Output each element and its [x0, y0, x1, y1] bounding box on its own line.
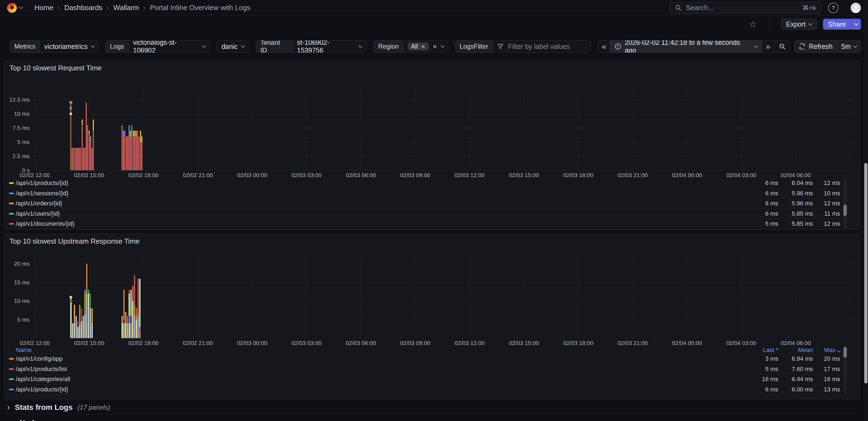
legend-header-row: NameLast *MeanMax — [7, 346, 843, 354]
legend-series-name[interactable]: /api/v1/products/list — [16, 366, 67, 373]
x-gridline — [144, 92, 144, 170]
legend-value: 20 ms — [775, 355, 840, 362]
bar-segment — [73, 148, 74, 170]
bar-segment — [125, 312, 126, 323]
series-color-dash-icon — [9, 368, 14, 370]
row-title[interactable]: Stats from Logs — [15, 403, 73, 412]
data-point-dot — [69, 101, 72, 104]
legend-scrollbar-track[interactable] — [843, 178, 847, 229]
bar-segment — [131, 136, 132, 170]
search-box[interactable]: ⌘+k — [670, 2, 821, 14]
chip-close-icon[interactable]: ✕ — [421, 44, 426, 50]
logo-chevron-down-icon[interactable] — [19, 5, 23, 9]
legend-series-name[interactable]: /api/v1/documents/{id} — [16, 220, 74, 227]
row-expand-chevron-icon[interactable]: › — [7, 402, 10, 411]
zoom-out-button[interactable] — [774, 40, 790, 52]
data-point-dot — [69, 300, 72, 302]
tenant-select[interactable]: st-106902-1539756 — [293, 40, 366, 52]
time-shift-back-button[interactable]: « — [598, 40, 610, 52]
legend-series-name[interactable]: /api/v1/sessions/{id} — [16, 190, 68, 197]
metrics-select[interactable]: victoriametrics — [40, 40, 98, 52]
bar-segment — [90, 308, 91, 338]
bar-segment — [130, 323, 132, 338]
x-axis-tick-label: 02/03 03:00 — [291, 340, 322, 346]
x-axis-tick-label: 02/03 00:00 — [237, 340, 267, 346]
breadcrumb-folder[interactable]: Wallarm — [113, 3, 139, 12]
bar-segment — [84, 293, 86, 314]
legend-sort-header[interactable]: Max — [775, 346, 840, 354]
x-gridline — [198, 92, 198, 170]
refresh-interval-select[interactable]: 5m — [837, 40, 861, 52]
x-gridline — [687, 256, 687, 338]
x-gridline — [469, 92, 470, 170]
bar-segment — [74, 148, 76, 170]
x-axis-tick-label: 02/04 00:00 — [672, 340, 702, 346]
legend-series-name[interactable]: /api/v1/categories/all — [16, 376, 70, 383]
bar-segment — [122, 323, 123, 338]
breadcrumb-separator-icon: › — [143, 3, 146, 12]
funnel-icon — [497, 43, 504, 50]
legend-scrollbar-thumb[interactable] — [843, 204, 847, 216]
host-select[interactable]: danic — [217, 40, 249, 52]
user-avatar[interactable] — [850, 3, 861, 13]
series-color-dash-icon — [9, 358, 14, 360]
legend-series-name[interactable]: /api/v1/config/app — [16, 355, 62, 362]
legend-series-name[interactable]: /api/v1/products/{id} — [16, 386, 68, 393]
y-axis-tick-label: 10 ms — [5, 298, 30, 304]
bar-segment — [84, 148, 86, 170]
y-gridline — [33, 156, 852, 157]
legend-scrollbar-thumb[interactable] — [843, 347, 847, 358]
series-color-dash-icon — [9, 378, 14, 380]
favorite-star-icon[interactable]: ☆ — [749, 20, 757, 29]
bar-segment — [135, 136, 137, 170]
search-input[interactable] — [685, 3, 799, 12]
bar-segment — [88, 293, 89, 309]
legend-row: /api/v1/config/app3 ms6.94 ms20 ms — [7, 354, 843, 364]
help-icon[interactable]: ? — [828, 3, 838, 13]
metrics-variable: Metrics victoriametrics — [10, 40, 98, 53]
y-axis-tick-label: 5 ms — [5, 316, 30, 323]
page-scrollbar-thumb[interactable] — [864, 163, 867, 384]
dashboard-row-stats-from-logs[interactable]: › Stats from Logs (17 panels) — [7, 402, 110, 412]
clock-icon — [614, 43, 621, 50]
region-select[interactable]: All ✕ ✕ — [403, 40, 448, 52]
legend-row: /api/v1/documents/{id}5 ms5.85 ms12 ms — [7, 219, 843, 229]
time-shift-forward-button[interactable]: » — [762, 40, 774, 52]
bar-segment — [141, 142, 143, 170]
share-button[interactable]: Share — [823, 19, 851, 30]
x-axis-tick-label: 02/03 15:00 — [509, 340, 539, 346]
refresh-button[interactable]: Refresh — [795, 40, 837, 52]
region-variable: Region All ✕ ✕ — [373, 40, 448, 53]
bar-segment — [123, 131, 124, 136]
logsfilter-label: LogsFilter — [456, 40, 493, 52]
next-row-title-clipped[interactable]: Node... — [20, 419, 45, 421]
bar-segment — [77, 321, 79, 327]
panel-title[interactable]: Top 10 slowest Upstream Response Time — [9, 237, 140, 246]
legend-series-name[interactable]: /api/v1/users/{id} — [16, 210, 60, 217]
region-clear-icon[interactable]: ✕ — [432, 44, 437, 50]
x-gridline — [741, 92, 742, 170]
logsfilter-input[interactable] — [507, 43, 587, 51]
bar-segment — [135, 320, 137, 338]
logs-label: Logs — [105, 40, 129, 52]
grafana-logo-icon[interactable] — [7, 3, 17, 13]
bar-segment — [81, 321, 82, 338]
bar-segment — [88, 290, 89, 293]
legend-series-name[interactable]: /api/v1/orders/{id} — [16, 200, 62, 207]
time-range-picker[interactable]: 2026-02-02 11:42:18 to a few seconds ago — [610, 40, 762, 52]
region-chip[interactable]: All ✕ — [408, 43, 429, 51]
legend-series-name[interactable]: /api/v1/products/{id} — [16, 179, 68, 187]
legend-sort-header-name[interactable]: Name — [16, 346, 32, 354]
y-gridline — [33, 301, 852, 301]
logs-select[interactable]: victorialogs-st-106902 — [129, 40, 209, 52]
breadcrumb-dashboards[interactable]: Dashboards — [64, 3, 102, 12]
share-menu-button[interactable] — [851, 19, 861, 30]
bar-segment — [122, 125, 123, 170]
share-label: Share — [828, 20, 846, 28]
breadcrumb-home[interactable]: Home — [34, 3, 53, 12]
panel-title[interactable]: Top 10 slowest Request Time — [9, 64, 102, 72]
export-button[interactable]: Export — [781, 19, 817, 30]
bar-segment — [82, 125, 83, 170]
bar-segment — [80, 148, 81, 170]
time-range-group: « 2026-02-02 11:42:18 to a few seconds a… — [598, 40, 790, 53]
